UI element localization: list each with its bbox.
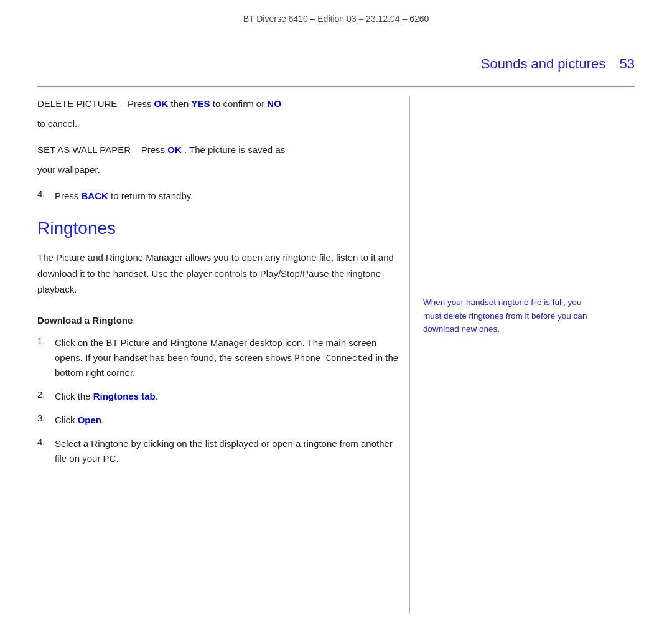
step-3-suffix: . (101, 415, 104, 425)
press-prefix: Press (55, 190, 82, 201)
step-4-text: Press BACK to return to standby. (55, 189, 404, 204)
sidebar-note: When your handset ringtone file is full,… (423, 296, 597, 336)
wallpaper-suffix: . The picture is saved as (184, 144, 285, 155)
step-2-number: 2. (37, 389, 55, 400)
step-4-number: 4. (37, 189, 55, 199)
step-3-prefix: Click (55, 415, 78, 425)
step-1-number: 1. (37, 335, 55, 346)
main-content: DELETE PICTURE – Press OK then YES to co… (37, 96, 404, 475)
download-step-1: 1. Click on the BT Picture and Ringtone … (37, 335, 404, 380)
download-step-4: 4. Select a Ringtone by clicking on the … (37, 436, 404, 466)
ok-label-2: OK (167, 144, 182, 155)
step-4-back: 4. Press BACK to return to standby. (37, 189, 404, 204)
step-2-text: Click the Ringtones tab. (55, 389, 404, 404)
download-step-2: 2. Click the Ringtones tab. (37, 389, 404, 404)
confirm-label: to confirm or (213, 98, 268, 109)
top-right-section: Sounds and pictures 53 (481, 56, 635, 72)
horizontal-rule (37, 86, 635, 87)
phone-connected-text: Phone Connected (294, 354, 373, 364)
wallpaper-text: SET AS WALL PAPER – Press OK . The pictu… (37, 143, 404, 157)
ringtones-heading: Ringtones (37, 218, 404, 238)
standby-suffix: to return to standby. (111, 190, 193, 201)
step-2-suffix: . (156, 391, 158, 401)
ringtones-description: The Picture and Ringtone Manager allows … (37, 250, 404, 298)
ringtones-tab-link[interactable]: Ringtones tab (93, 391, 156, 401)
page-header: BT Diverse 6410 – Edition 03 – 23.12.04 … (0, 0, 672, 30)
section-title: Sounds and pictures (481, 56, 606, 72)
step-1-text: Click on the BT Picture and Ringtone Man… (55, 335, 404, 380)
yes-label: YES (192, 98, 210, 109)
back-label: BACK (82, 190, 108, 201)
download-heading: Download a Ringtone (37, 315, 404, 326)
wallpaper-line2: your wallpaper. (37, 162, 404, 177)
step-2-prefix: Click the (55, 391, 93, 401)
step-4-dl-text: Select a Ringtone by clicking on the lis… (55, 436, 404, 466)
wallpaper-block: SET AS WALL PAPER – Press OK . The pictu… (37, 143, 404, 177)
vertical-divider (409, 96, 410, 613)
download-step-3: 3. Click Open. (37, 413, 404, 428)
sidebar-content: When your handset ringtone file is full,… (423, 96, 597, 336)
then-label: then (170, 98, 191, 109)
delete-picture-block: DELETE PICTURE – Press OK then YES to co… (37, 96, 404, 131)
page-number: 53 (620, 56, 635, 72)
delete-prefix: DELETE PICTURE – Press (37, 98, 154, 109)
page-container: BT Diverse 6410 – Edition 03 – 23.12.04 … (0, 0, 672, 638)
no-label: NO (267, 98, 281, 109)
step-3-number: 3. (37, 413, 55, 423)
to-cancel-text: to cancel. (37, 116, 404, 131)
header-text: BT Diverse 6410 – Edition 03 – 23.12.04 … (243, 14, 429, 24)
wallpaper-prefix: SET AS WALL PAPER – Press (37, 144, 167, 155)
ok-label-1: OK (154, 98, 169, 109)
step-4-dl-number: 4. (37, 436, 55, 447)
step-3-text: Click Open. (55, 413, 404, 428)
delete-picture-text: DELETE PICTURE – Press OK then YES to co… (37, 96, 404, 111)
open-link[interactable]: Open (78, 415, 101, 425)
